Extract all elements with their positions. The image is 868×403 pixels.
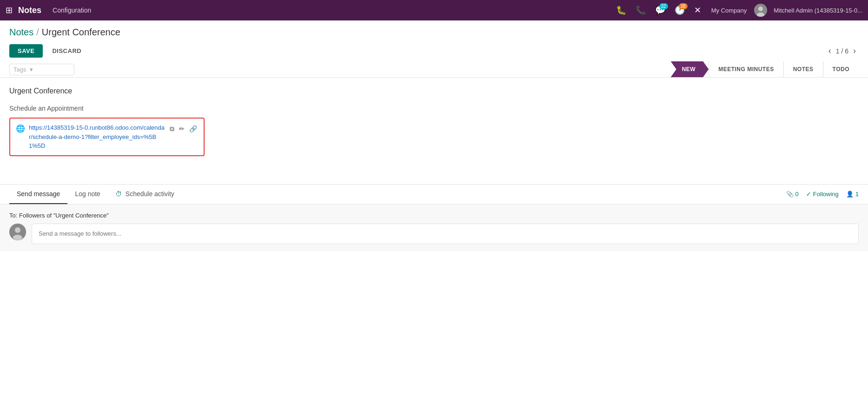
bug-icon-btn[interactable]: 🐛 <box>613 3 629 17</box>
chatter-to-value: Followers of "Urgent Conference" <box>19 212 109 219</box>
stage-tab-todo[interactable]: TODO <box>823 61 859 77</box>
configuration-menu[interactable]: Configuration <box>53 7 91 14</box>
chatter-input-wrapper <box>32 224 859 244</box>
chatter-tab-send-message[interactable]: Send message <box>9 185 67 204</box>
url-copy-button[interactable]: ⧉ <box>169 124 175 134</box>
chatter-tab-log-note[interactable]: Log note <box>67 185 108 204</box>
stage-tab-new[interactable]: NEW <box>671 61 709 77</box>
chatter: Send message Log note ⏱ Schedule activit… <box>0 184 868 251</box>
chat-icon-btn[interactable]: 💬 32 <box>652 3 668 17</box>
company-name: My Company <box>711 7 747 14</box>
people-count: 1 <box>855 191 859 198</box>
pagination-info: 1 / 6 <box>836 47 848 55</box>
stage-bar: Tags ▾ NEW MEETING MINUTES NOTES TODO <box>0 61 868 78</box>
people-icon: 👤 <box>846 191 854 198</box>
svg-point-1 <box>758 7 763 11</box>
attachment-icon: 📎 <box>786 191 794 198</box>
url-box: 🌐 https://14385319-15-0.runbot86.odoo.co… <box>9 118 205 156</box>
svg-point-5 <box>13 235 22 240</box>
following-check-icon: ✓ <box>806 191 811 198</box>
breadcrumb-separator: / <box>36 27 39 38</box>
url-text[interactable]: https://14385319-15-0.runbot86.odoo.com/… <box>29 123 165 151</box>
content-area: Urgent Conference Schedule an Appointmen… <box>0 78 868 165</box>
close-icon-btn[interactable]: ✕ <box>691 3 704 17</box>
grid-menu-icon[interactable]: ⊞ <box>6 5 13 15</box>
url-unlink-button[interactable]: 🔗 <box>188 124 198 133</box>
log-note-label: Log note <box>75 190 100 198</box>
chatter-user-avatar <box>9 224 26 240</box>
chatter-tab-schedule-activity[interactable]: ⏱ Schedule activity <box>108 185 182 204</box>
url-actions: ⧉ ✏ 🔗 <box>169 124 198 134</box>
following-button[interactable]: ✓ Following <box>806 191 839 198</box>
save-button[interactable]: SAVE <box>9 44 43 58</box>
stage-tab-meeting-minutes[interactable]: MEETING MINUTES <box>709 61 783 77</box>
clock-icon-btn[interactable]: 🕐 38 <box>672 3 688 17</box>
section-title[interactable]: Schedule an Appointment <box>9 105 859 112</box>
stage-tabs: NEW MEETING MINUTES NOTES TODO <box>671 61 859 77</box>
form-toolbar: SAVE DISCARD ‹ 1 / 6 › <box>0 40 868 61</box>
chatter-actions: 📎 0 ✓ Following 👤 1 <box>786 191 859 198</box>
pagination: ‹ 1 / 6 › <box>826 45 859 57</box>
breadcrumb-notes-link[interactable]: Notes <box>9 27 33 38</box>
url-globe-icon: 🌐 <box>16 124 25 133</box>
chat-badge: 32 <box>659 3 668 9</box>
chatter-to: To: Followers of "Urgent Conference" <box>9 212 859 219</box>
attachment-button[interactable]: 📎 0 <box>786 191 799 198</box>
user-name: Mitchell Admin (14385319-15-0... <box>774 7 862 14</box>
chatter-composer <box>9 224 859 244</box>
clock-badge: 38 <box>679 3 688 9</box>
svg-point-4 <box>15 227 20 233</box>
top-navigation: ⊞ Notes Configuration 🐛 📞 💬 32 🕐 38 ✕ My… <box>0 0 868 20</box>
discard-button[interactable]: DISCARD <box>46 44 87 58</box>
note-title[interactable]: Urgent Conference <box>9 87 859 95</box>
url-edit-button[interactable]: ✏ <box>178 124 186 133</box>
chatter-to-label: To: <box>9 212 17 219</box>
chatter-input[interactable] <box>32 224 859 244</box>
following-label: Following <box>813 191 839 198</box>
people-button[interactable]: 👤 1 <box>846 191 859 198</box>
stage-tab-notes[interactable]: NOTES <box>783 61 823 77</box>
chatter-tabs: Send message Log note ⏱ Schedule activit… <box>0 185 868 205</box>
user-avatar <box>754 4 767 17</box>
app-name: Notes <box>18 6 41 15</box>
tags-placeholder: Tags <box>13 66 26 73</box>
pagination-next-button[interactable]: › <box>850 45 859 57</box>
pagination-prev-button[interactable]: ‹ <box>826 45 834 57</box>
breadcrumb: Notes / Urgent Conference <box>0 20 868 40</box>
tags-chevron-icon: ▾ <box>30 66 33 73</box>
schedule-activity-label: Schedule activity <box>126 190 174 198</box>
chatter-body: To: Followers of "Urgent Conference" <box>0 205 868 251</box>
schedule-activity-icon: ⏱ <box>115 190 122 198</box>
breadcrumb-current: Urgent Conference <box>42 27 120 38</box>
send-message-label: Send message <box>17 190 60 198</box>
phone-icon-btn[interactable]: 📞 <box>633 3 649 17</box>
attachment-count: 0 <box>795 191 799 198</box>
tags-field[interactable]: Tags ▾ <box>9 64 74 75</box>
